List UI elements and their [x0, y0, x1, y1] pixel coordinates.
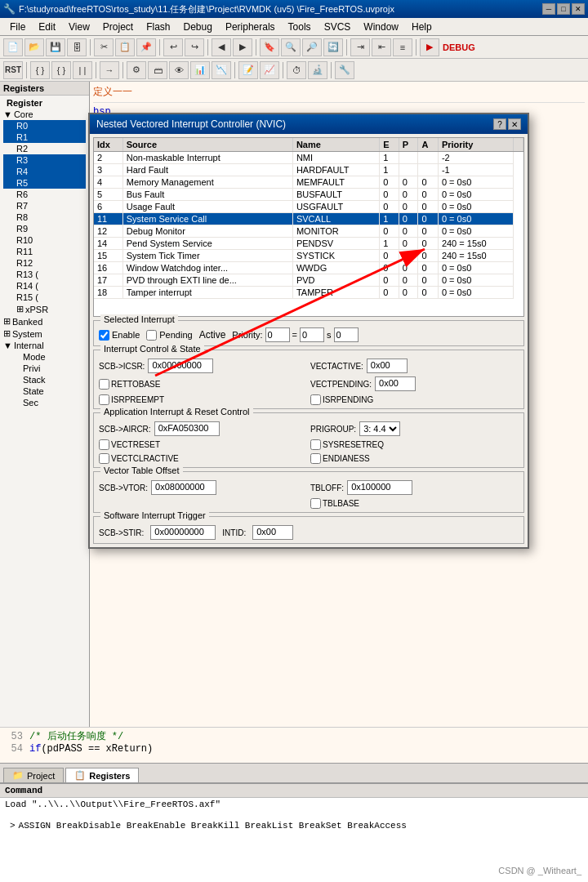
menu-svcs[interactable]: SVCS	[318, 20, 358, 34]
minimize-button[interactable]: ─	[542, 3, 555, 15]
debug-run-btn[interactable]: ▶	[420, 38, 439, 56]
interrupt-row-2[interactable]: 4Memory ManagementMEMFAULT0000 = 0s0	[94, 176, 523, 189]
reg-r3[interactable]: R3	[3, 154, 86, 166]
tab-registers[interactable]: 📋 Registers	[65, 768, 139, 782]
core-header[interactable]: ▼ Core	[3, 109, 86, 120]
sysresetreq-checkbox[interactable]	[310, 439, 321, 450]
prev-btn[interactable]: ◀	[212, 38, 231, 56]
reg-privi[interactable]: Privi	[3, 363, 86, 374]
trace-btn[interactable]: 📈	[260, 61, 279, 79]
col-idx[interactable]: Idx	[94, 138, 122, 152]
mem-btn[interactable]: 🗃	[148, 61, 167, 79]
reg-r0[interactable]: R0	[3, 120, 86, 131]
next-btn[interactable]: ▶	[233, 38, 252, 56]
reg-r5[interactable]: R5	[3, 177, 86, 189]
paste-btn[interactable]: 📌	[136, 38, 156, 56]
reg-r8[interactable]: R8	[3, 212, 86, 223]
priority-input3[interactable]	[334, 327, 359, 342]
bar-btn[interactable]: | |	[73, 61, 92, 79]
icsr-value[interactable]: 0x00000000	[148, 359, 213, 373]
setup-btn[interactable]: 🔧	[335, 61, 354, 79]
undo-btn[interactable]: ↩	[163, 38, 183, 56]
vectclractive-label[interactable]: VECTCLRACTIVE	[99, 453, 179, 464]
menu-tools[interactable]: Tools	[282, 20, 318, 34]
vectpending-value[interactable]: 0x00	[375, 376, 416, 391]
vectclractive-checkbox[interactable]	[99, 453, 109, 464]
interrupt-row-9[interactable]: 16Window Watchdog inter...WWDG0000 = 0s0	[94, 262, 523, 274]
internal-header[interactable]: ▼ Internal	[3, 340, 86, 351]
vectreset-label[interactable]: VECTRESET	[99, 439, 160, 450]
intid-value[interactable]: 0x00	[252, 525, 293, 540]
tab-project[interactable]: 📁 Project	[3, 768, 64, 782]
watch-btn[interactable]: 👁	[169, 61, 189, 79]
cut-btn[interactable]: ✂	[94, 38, 114, 56]
new-file-btn[interactable]: 📄	[3, 38, 23, 56]
interrupt-row-10[interactable]: 17PVD through EXTI line de...PVD0000 = 0…	[94, 274, 523, 287]
rettobase-label[interactable]: RETTOBASE	[99, 379, 160, 390]
endianess-checkbox[interactable]	[310, 453, 321, 464]
interrupt-row-1[interactable]: 3Hard FaultHARDFAULT1-1	[94, 164, 523, 176]
isrpending-label[interactable]: ISRPENDING	[310, 394, 373, 405]
reg-xpsr[interactable]: ⊞xPSR	[3, 303, 86, 315]
interrupt-row-7[interactable]: 14Pend System ServicePENDSV100240 = 15s0	[94, 238, 523, 250]
perf-btn[interactable]: ⏱	[287, 61, 306, 79]
command-input-area[interactable]: > ASSIGN BreakDisable BreakEnable BreakK…	[5, 819, 583, 832]
priority-input1[interactable]	[265, 327, 290, 342]
tbloff-value[interactable]: 0x100000	[347, 480, 412, 495]
braces-btn[interactable]: { }	[30, 61, 50, 79]
reg-stack[interactable]: Stack	[3, 374, 86, 385]
search-btn[interactable]: 🔍	[281, 38, 301, 56]
rst-btn[interactable]: RST	[3, 61, 23, 79]
save-btn[interactable]: 💾	[46, 38, 65, 56]
reg-r7[interactable]: R7	[3, 200, 86, 212]
menu-debug[interactable]: Debug	[177, 20, 219, 34]
system-header[interactable]: ⊞ System	[3, 327, 86, 340]
pending-checkbox-label[interactable]: Pending	[146, 330, 192, 341]
interrupt-row-8[interactable]: 15System Tick TimerSYSTICK000240 = 15s0	[94, 250, 523, 262]
reg-btn[interactable]: 📊	[190, 61, 210, 79]
replace-btn[interactable]: 🔄	[323, 38, 343, 56]
tblbase-checkbox[interactable]	[310, 498, 321, 509]
vectactive-value[interactable]: 0x00	[367, 359, 408, 373]
arrow-btn[interactable]: →	[100, 61, 119, 79]
menu-flash[interactable]: Flash	[140, 20, 176, 34]
isrpreempt-checkbox[interactable]	[99, 394, 109, 405]
sysresetreq-label[interactable]: SYSRESETREQ	[310, 439, 384, 450]
interrupt-row-11[interactable]: 18Tamper interruptTAMPER0000 = 0s0	[94, 287, 523, 299]
braces2-btn[interactable]: { }	[51, 61, 71, 79]
menu-edit[interactable]: Edit	[32, 20, 62, 34]
save-all-btn[interactable]: 🗄	[67, 38, 87, 56]
menu-peripherals[interactable]: Peripherals	[219, 20, 282, 34]
cpu-btn[interactable]: ⚙	[127, 61, 146, 79]
interrupt-row-6[interactable]: 12Debug MonitorMONITOR0000 = 0s0	[94, 225, 523, 238]
interrupt-table-container[interactable]: Idx Source Name E P A Priority 2Non-mask…	[93, 137, 524, 317]
tblbase-label[interactable]: TBLBASE	[310, 498, 359, 509]
endianess-label[interactable]: ENDIANESS	[310, 453, 370, 464]
reg-mode[interactable]: Mode	[3, 351, 86, 363]
reg-r14[interactable]: R14 (	[3, 280, 86, 292]
nvic-help-button[interactable]: ?	[493, 118, 506, 130]
reg-r13[interactable]: R13 (	[3, 269, 86, 280]
enable-checkbox[interactable]	[99, 330, 109, 341]
reg-r9[interactable]: R9	[3, 223, 86, 234]
format-btn[interactable]: ≡	[393, 38, 412, 56]
open-btn[interactable]: 📂	[24, 38, 44, 56]
priority-input2[interactable]	[300, 327, 324, 342]
reg-r15[interactable]: R15 (	[3, 292, 86, 303]
outdent-btn[interactable]: ⇤	[372, 38, 391, 56]
vtor-value[interactable]: 0x08000000	[151, 480, 216, 495]
stack-btn[interactable]: 📉	[212, 61, 231, 79]
col-a[interactable]: A	[418, 138, 438, 152]
copy-btn[interactable]: 📋	[115, 38, 135, 56]
col-name[interactable]: Name	[292, 138, 379, 152]
enable-checkbox-label[interactable]: Enable	[99, 330, 140, 341]
find-btn[interactable]: 🔎	[302, 38, 322, 56]
reg-r1[interactable]: R1	[3, 131, 86, 143]
reg-r4[interactable]: R4	[3, 166, 86, 177]
nvic-close-button[interactable]: ✕	[508, 118, 521, 130]
interrupt-row-0[interactable]: 2Non-maskable InterruptNMI1-2	[94, 152, 523, 164]
menu-project[interactable]: Project	[96, 20, 140, 34]
menu-file[interactable]: File	[3, 20, 32, 34]
menu-view[interactable]: View	[62, 20, 96, 34]
isrpreempt-label[interactable]: ISRPREEMPT	[99, 394, 164, 405]
